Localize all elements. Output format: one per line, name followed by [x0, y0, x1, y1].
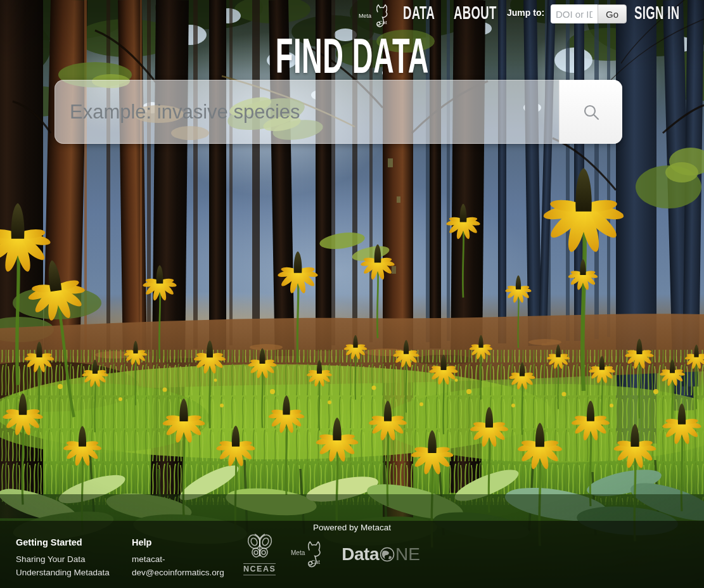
footer-getting-started-column: Getting Started Sharing Your Data Unders… — [16, 537, 124, 579]
magnifier-icon — [582, 103, 601, 122]
nceas-label: NCEAS — [243, 563, 276, 575]
dataone-logo[interactable]: Data NE — [342, 544, 420, 565]
footer-link-understanding-metadata[interactable]: Understanding Metadata — [16, 566, 124, 579]
metacat-footer-logo[interactable]: Meta Cat — [291, 534, 326, 575]
dataone-ne-label: NE — [395, 544, 420, 565]
go-button[interactable]: Go — [598, 4, 627, 23]
main-search-box — [54, 80, 622, 144]
top-navbar: Meta Cat DATA ABOUT Jump to: Go SIGN IN — [0, 0, 704, 29]
nceas-logo[interactable]: NCEAS — [243, 534, 276, 575]
nav-link-data[interactable]: DATA — [403, 2, 435, 23]
jump-to-input[interactable] — [551, 4, 598, 23]
dataone-globe-icon — [379, 546, 395, 563]
brand-meta-label: Meta — [359, 13, 371, 19]
powered-by-metacat-link[interactable]: Powered by Metacat — [0, 523, 704, 532]
jump-to-label: Jump to: — [507, 8, 544, 18]
brand-cat-label: Cat — [379, 20, 387, 25]
metacat-cat-label: Cat — [311, 559, 321, 565]
nav-link-about[interactable]: ABOUT — [454, 2, 497, 23]
footer: Powered by Metacat Getting Started Shari… — [0, 521, 704, 588]
footer-help-column: Help metacat-dev@ecoinformatics.org — [132, 537, 245, 579]
footer-link-help-email[interactable]: metacat-dev@ecoinformatics.org — [132, 553, 245, 579]
nceas-butterfly-icon — [245, 534, 275, 560]
getting-started-heading: Getting Started — [16, 537, 124, 547]
dataone-data-label: Data — [342, 544, 379, 565]
footer-logos: NCEAS Meta Cat Data NE — [243, 534, 420, 575]
sign-in-link[interactable]: SIGN IN — [634, 2, 679, 23]
footer-link-sharing-your-data[interactable]: Sharing Your Data — [16, 553, 124, 566]
search-input[interactable] — [54, 80, 559, 144]
metacat-meta-label: Meta — [291, 549, 305, 556]
search-button[interactable] — [559, 80, 622, 144]
help-heading: Help — [132, 537, 245, 547]
metacat-cat-logo[interactable]: Meta Cat — [357, 0, 397, 33]
